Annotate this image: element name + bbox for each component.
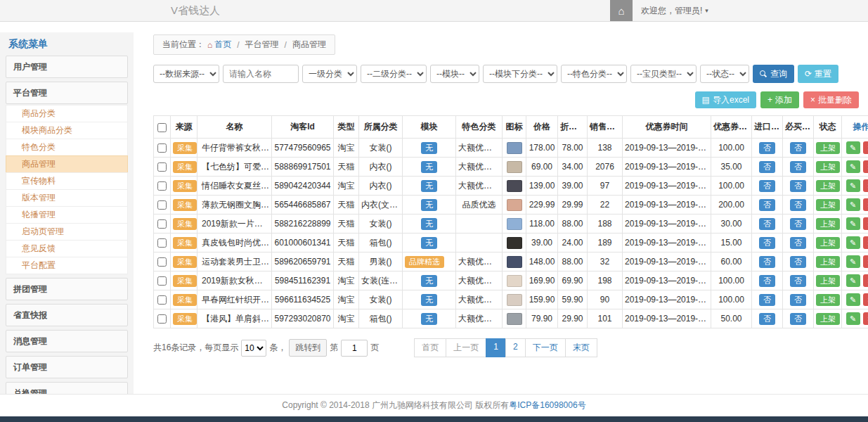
source-cell: 采集 [171, 177, 197, 196]
sidebar-subitem[interactable]: 意见反馈 [6, 240, 128, 257]
delete-button[interactable]: × [863, 141, 868, 154]
row-checkbox[interactable] [157, 200, 167, 210]
sidebar-item[interactable]: 省直快报 [6, 304, 128, 326]
edit-button[interactable]: ✎ [846, 179, 860, 192]
search-button[interactable]: 查询 [753, 65, 794, 83]
edit-button[interactable]: ✎ [846, 236, 860, 249]
edit-button[interactable]: ✎ [846, 141, 860, 154]
name-search-input[interactable] [223, 65, 299, 83]
delete-button[interactable]: × [863, 236, 868, 249]
delete-button[interactable]: × [863, 198, 868, 211]
column-header: 销售数量 [588, 116, 623, 139]
select-all-checkbox[interactable] [157, 123, 167, 132]
status-cell: 上架 [814, 177, 842, 196]
filter-select[interactable]: --宝贝类型-- [630, 65, 697, 83]
sidebar-item[interactable]: 兑换管理 [6, 382, 128, 394]
filter-select[interactable]: --数据来源-- [153, 65, 219, 83]
category-cell: 男装() [359, 252, 403, 271]
sidebar-subitem[interactable]: 启动页管理 [6, 223, 128, 241]
delete-button[interactable]: × [863, 217, 868, 230]
type-cell: 淘宝 [334, 177, 359, 196]
edit-button[interactable]: ✎ [846, 274, 860, 287]
sidebar-subitem[interactable]: 模块商品分类 [6, 122, 128, 139]
jump-page-input[interactable] [341, 340, 368, 357]
name-cell: 2019新款女秋薄款... [197, 271, 272, 290]
add-button[interactable]: + 添加 [760, 91, 799, 108]
sidebar-subitem[interactable]: 商品管理 [6, 155, 128, 173]
row-checkbox[interactable] [157, 238, 167, 248]
user-menu[interactable]: 欢迎您，管理员! ▾ [633, 5, 718, 17]
breadcrumb-home-link[interactable]: 首页 [214, 39, 231, 51]
page-button[interactable]: 2 [505, 338, 526, 357]
row-checkbox[interactable] [157, 181, 167, 191]
jump-button[interactable]: 跳转到 [289, 339, 327, 357]
per-page-select[interactable]: 10 [241, 340, 266, 357]
delete-button[interactable]: × [863, 179, 868, 192]
filter-select[interactable]: --模块-- [430, 65, 479, 83]
page-button[interactable]: 首页 [414, 338, 446, 357]
sidebar-item[interactable]: 订单管理 [6, 356, 128, 378]
delete-button[interactable]: × [863, 274, 868, 287]
column-header: 优惠券金额 [711, 116, 752, 139]
row-checkbox[interactable] [157, 295, 167, 305]
row-checkbox[interactable] [157, 143, 167, 153]
source-cell: 采集 [171, 139, 197, 158]
reset-button[interactable]: ⟳ 重置 [798, 65, 838, 83]
discount-price-cell: 59.90 [558, 290, 588, 309]
type-cell: 淘宝 [334, 139, 359, 158]
filter-select[interactable]: --特色分类-- [561, 65, 627, 83]
product-thumbnail [507, 199, 522, 211]
page-button[interactable]: 1 [486, 338, 506, 357]
feature-cell: 大额优惠券 [456, 271, 503, 290]
page-button[interactable]: 末页 [565, 338, 597, 357]
page-button[interactable]: 下一页 [525, 338, 566, 357]
type-cell: 天猫 [334, 215, 359, 234]
filter-select[interactable]: --二级分类-- [361, 65, 427, 83]
edit-button[interactable]: ✎ [846, 217, 860, 230]
sidebar-subitem[interactable]: 平台配置 [6, 257, 128, 274]
icp-link[interactable]: 粤ICP备16098006号 [509, 400, 585, 410]
delete-button[interactable]: × [863, 293, 868, 306]
import-select-cell: 否 [752, 309, 783, 328]
sidebar-subitem[interactable]: 版本管理 [6, 189, 128, 207]
page-button[interactable]: 上一页 [446, 338, 486, 357]
home-button[interactable]: ⌂ [610, 0, 633, 21]
sidebar-item[interactable]: 拼团管理 [6, 278, 128, 300]
filter-select[interactable]: 一级分类 [302, 65, 357, 83]
sidebar-subitem[interactable]: 轮播管理 [6, 206, 128, 224]
filter-select[interactable]: --模块下分类-- [483, 65, 557, 83]
sidebar-item[interactable]: 用户管理 [6, 56, 128, 78]
filter-select[interactable]: --状态-- [700, 65, 749, 83]
source-cell: 采集 [171, 158, 197, 177]
must-buy-cell: 否 [783, 139, 814, 158]
table-row: 采集2019新款一片式文...588216228899天猫女装()无118.00… [154, 215, 868, 234]
delete-button[interactable]: × [863, 160, 868, 173]
sidebar-item[interactable]: 平台管理 [6, 82, 128, 104]
edit-button[interactable]: ✎ [846, 198, 860, 211]
row-checkbox[interactable] [157, 162, 167, 172]
delete-button[interactable]: × [863, 255, 868, 268]
sidebar-subitem[interactable]: 商品分类 [6, 105, 128, 122]
sidebar-subitem[interactable]: 宣传物料 [6, 172, 128, 190]
pagination-summary: 共16条记录，每页显示 10 条， 跳转到 第 页 [153, 339, 379, 357]
import-excel-button[interactable]: ▤ 导入excel [695, 91, 756, 108]
sidebar-item[interactable]: 消息管理 [6, 330, 128, 352]
coupon-amount-cell: 100.00 [711, 290, 752, 309]
edit-button[interactable]: ✎ [846, 312, 860, 325]
price-cell: 169.90 [526, 271, 558, 290]
edit-button[interactable]: ✎ [846, 293, 860, 306]
name-cell: 牛仔背带裤女秋装减龄... [197, 139, 272, 158]
price-cell: 148.00 [526, 252, 558, 271]
taoke-id-cell: 589620659791 [272, 252, 334, 271]
row-checkbox[interactable] [157, 314, 167, 324]
import-select-cell: 否 [752, 290, 783, 309]
edit-button[interactable]: ✎ [846, 255, 860, 268]
edit-button[interactable]: ✎ [846, 160, 860, 173]
row-checkbox[interactable] [157, 276, 167, 286]
row-checkbox[interactable] [157, 219, 167, 229]
row-checkbox[interactable] [157, 257, 167, 267]
column-header: 进口优选 [752, 116, 783, 139]
batch-delete-button[interactable]: × 批量删除 [803, 91, 859, 108]
sidebar-subitem[interactable]: 特色分类 [6, 139, 128, 156]
delete-button[interactable]: × [863, 312, 868, 325]
